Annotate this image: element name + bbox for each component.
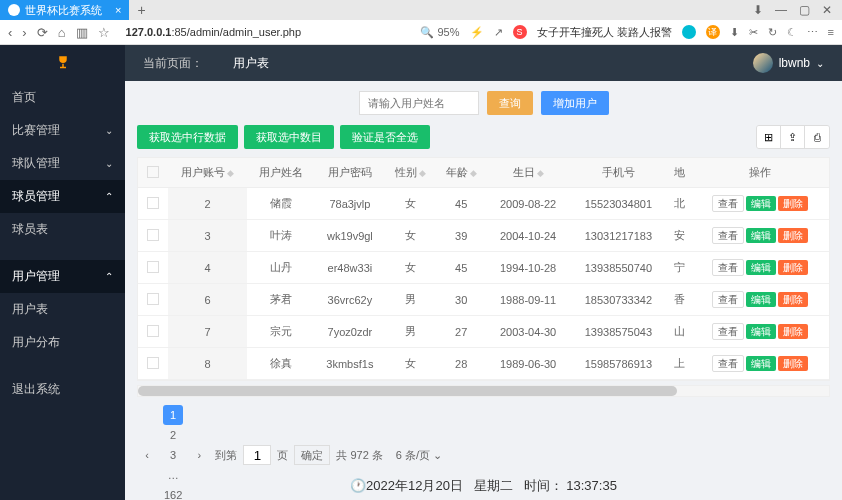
page-number[interactable]: 3 — [163, 445, 183, 465]
sidebar-item-team[interactable]: 球队管理⌄ — [0, 147, 125, 180]
cell-name: 徐真 — [247, 348, 314, 380]
edit-button[interactable]: 编辑 — [746, 324, 776, 339]
delete-button[interactable]: 删除 — [778, 260, 808, 275]
goto-page-input[interactable] — [243, 445, 271, 465]
sidebar-item-home[interactable]: 首页 — [0, 81, 125, 114]
edit-button[interactable]: 编辑 — [746, 356, 776, 371]
col-gender[interactable]: 性别◆ — [386, 158, 436, 188]
row-checkbox[interactable] — [147, 261, 159, 273]
nav-book-icon[interactable]: ▥ — [76, 25, 88, 40]
export-icon[interactable]: ⇪ — [781, 126, 805, 148]
url-input[interactable]: 127.0.0.1:85/admin/admin_user.php — [120, 26, 308, 38]
col-pwd[interactable]: 用户密码 — [314, 158, 385, 188]
edit-button[interactable]: 编辑 — [746, 196, 776, 211]
get-rows-button[interactable]: 获取选中行数据 — [137, 125, 238, 149]
col-account[interactable]: 用户账号◆ — [168, 158, 247, 188]
news-ticker[interactable]: 女子开车撞死人 装路人报警 — [537, 25, 672, 40]
page-size-select[interactable]: 6 条/页 ⌄ — [389, 445, 449, 465]
col-phone[interactable]: 手机号 — [570, 158, 667, 188]
delete-button[interactable]: 删除 — [778, 292, 808, 307]
view-button[interactable]: 查看 — [712, 227, 744, 244]
cell-bday: 2009-08-22 — [486, 188, 569, 220]
search-input[interactable] — [359, 91, 479, 115]
col-name[interactable]: 用户姓名 — [247, 158, 314, 188]
moon-icon[interactable]: ☾ — [787, 26, 797, 39]
chevron-down-icon: ⌄ — [105, 158, 113, 169]
new-tab-button[interactable]: + — [129, 2, 153, 18]
add-user-button[interactable]: 增加用户 — [541, 91, 609, 115]
tab-close-icon[interactable]: × — [115, 4, 121, 16]
sidebar-subitem-player-list[interactable]: 球员表 — [0, 213, 125, 246]
translate-icon[interactable]: 译 — [706, 25, 720, 39]
view-button[interactable]: 查看 — [712, 195, 744, 212]
browser-tab-active[interactable]: 世界杯比赛系统 × — [0, 0, 129, 20]
row-checkbox[interactable] — [147, 293, 159, 305]
sidebar-subitem-user-list[interactable]: 用户表 — [0, 293, 125, 326]
row-checkbox[interactable] — [147, 325, 159, 337]
sidebar-item-match[interactable]: 比赛管理⌄ — [0, 114, 125, 147]
cell-age: 27 — [436, 316, 486, 348]
view-button[interactable]: 查看 — [712, 259, 744, 276]
delete-button[interactable]: 删除 — [778, 324, 808, 339]
nav-home-icon[interactable]: ⌂ — [58, 25, 66, 40]
sidebar-item-player[interactable]: 球员管理⌃ — [0, 180, 125, 213]
page-prev[interactable]: ‹ — [137, 445, 157, 465]
user-menu[interactable]: lbwnb ⌄ — [753, 53, 824, 73]
edit-button[interactable]: 编辑 — [746, 292, 776, 307]
edit-button[interactable]: 编辑 — [746, 228, 776, 243]
cell-phone: 13938550740 — [570, 252, 667, 284]
sidebar-item-user[interactable]: 用户管理⌃ — [0, 260, 125, 293]
zoom-label[interactable]: 🔍 95% — [420, 26, 459, 39]
window-close[interactable]: ✕ — [822, 3, 832, 17]
select-all-checkbox[interactable] — [147, 166, 159, 178]
view-button[interactable]: 查看 — [712, 323, 744, 340]
check-all-button[interactable]: 验证是否全选 — [340, 125, 430, 149]
col-bday[interactable]: 生日◆ — [486, 158, 569, 188]
download-icon[interactable]: ⬇ — [753, 3, 763, 17]
view-button[interactable]: 查看 — [712, 355, 744, 372]
sidebar-item-logout[interactable]: 退出系统 — [0, 373, 125, 406]
page-next[interactable]: › — [189, 445, 209, 465]
delete-button[interactable]: 删除 — [778, 356, 808, 371]
page-number[interactable]: 1 — [163, 405, 183, 425]
columns-icon[interactable]: ⊞ — [757, 126, 781, 148]
scrollbar-thumb[interactable] — [138, 386, 677, 396]
get-count-button[interactable]: 获取选中数目 — [244, 125, 334, 149]
row-checkbox[interactable] — [147, 197, 159, 209]
window-maximize[interactable]: ▢ — [799, 3, 810, 17]
col-age[interactable]: 年龄◆ — [436, 158, 486, 188]
delete-button[interactable]: 删除 — [778, 196, 808, 211]
circle1-icon[interactable] — [682, 25, 696, 39]
window-minimize[interactable]: — — [775, 3, 787, 17]
nav-back-icon[interactable]: ‹ — [8, 25, 12, 40]
col-region[interactable]: 地 — [667, 158, 692, 188]
sidebar-label: 球员表 — [12, 222, 48, 236]
horizontal-scrollbar[interactable] — [137, 385, 830, 397]
share-icon[interactable]: ↗ — [494, 26, 503, 39]
cell-ops: 查看编辑删除 — [692, 316, 829, 348]
nav-forward-icon[interactable]: › — [22, 25, 26, 40]
query-button[interactable]: 查询 — [487, 91, 533, 115]
s-icon[interactable]: S — [513, 25, 527, 39]
delete-button[interactable]: 删除 — [778, 228, 808, 243]
more-icon[interactable]: ⋯ — [807, 26, 818, 39]
sidebar-subitem-user-dist[interactable]: 用户分布 — [0, 326, 125, 359]
row-checkbox[interactable] — [147, 357, 159, 369]
row-checkbox[interactable] — [147, 229, 159, 241]
scissors-icon[interactable]: ✂ — [749, 26, 758, 39]
nav-star-icon[interactable]: ☆ — [98, 25, 110, 40]
arrow-down-icon[interactable]: ⬇ — [730, 26, 739, 39]
hamburger-icon[interactable]: ≡ — [828, 26, 834, 38]
goto-confirm-button[interactable]: 确定 — [294, 445, 330, 465]
bolt-icon[interactable]: ⚡ — [470, 26, 484, 39]
history-icon[interactable]: ↻ — [768, 26, 777, 39]
view-button[interactable]: 查看 — [712, 291, 744, 308]
nav-reload-icon[interactable]: ⟳ — [37, 25, 48, 40]
cell-pwd: wk19v9gl — [314, 220, 385, 252]
cell-pwd: er48w33i — [314, 252, 385, 284]
app-logo[interactable] — [0, 45, 125, 81]
edit-button[interactable]: 编辑 — [746, 260, 776, 275]
goto-prefix: 到第 — [215, 448, 237, 463]
print-icon[interactable]: ⎙ — [805, 126, 829, 148]
page-number[interactable]: 2 — [163, 425, 183, 445]
